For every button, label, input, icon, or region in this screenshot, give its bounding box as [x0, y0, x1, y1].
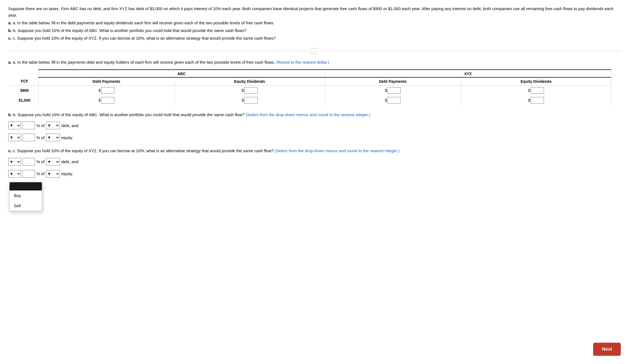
col-fcf-header: FCF	[11, 77, 38, 86]
abc-debt-1000-input[interactable]	[101, 97, 114, 104]
part-c-row1-company-select[interactable]: ▼ ABC XYZ	[46, 158, 60, 166]
popup-option-sell[interactable]: Sell	[10, 201, 42, 211]
divider-right	[322, 51, 621, 51]
part-a-text: a. a. In the table below, fill in the de…	[8, 20, 621, 26]
part-c-row2-percent-input[interactable]	[22, 170, 35, 178]
row-1000-fcf: $1,000	[11, 95, 38, 105]
abc-debt-header: Debt Payments	[38, 77, 174, 86]
part-c-row1-suffix: debt, and	[61, 159, 78, 164]
part-b-row2-suffix: equity.	[61, 135, 73, 140]
abc-debt-1000-cell: $	[38, 95, 174, 105]
section-b-label: b. b. Suppose you hold 10% of the equity…	[8, 112, 621, 118]
xyz-equity-1000-cell: $	[461, 95, 611, 105]
part-c-row2-action-select[interactable]: ▼ Buy Sell	[8, 170, 21, 178]
abc-group-header: ABC	[38, 70, 325, 77]
xyz-equity-900-cell: $	[461, 85, 611, 95]
abc-debt-900-input[interactable]	[101, 87, 114, 94]
xyz-equity-900-input[interactable]	[531, 87, 544, 94]
dollar-sign-4: $	[528, 88, 530, 93]
intro-text: Suppose there are no taxes. Firm ABC has…	[8, 5, 621, 19]
abc-equity-header: Equity Dividends	[174, 77, 325, 86]
part-b-row2-action-select[interactable]: ▼ Buy Sell	[8, 134, 21, 141]
abc-equity-900-input-group: $	[242, 87, 258, 94]
part-b-row2: ▼ Buy Sell % of ▼ ABC XYZ equity.	[8, 134, 621, 141]
xyz-equity-1000-input[interactable]	[531, 97, 544, 104]
dollar-sign-7: $	[385, 98, 387, 102]
part-c-row2-company-select[interactable]: ▼ ABC XYZ	[46, 170, 60, 178]
divider: ···	[8, 48, 621, 54]
part-b-row1-action-select[interactable]: ▼ Buy Sell	[8, 122, 21, 129]
xyz-equity-900-input-group: $	[528, 87, 544, 94]
part-c-row1-percent-input[interactable]	[22, 158, 35, 166]
part-c-row2-pct-of: % of	[36, 171, 45, 176]
part-c-row1: ▼ Buy Sell % of ▼ ABC XYZ debt, and	[8, 158, 621, 166]
xyz-debt-header: Debt Payments	[325, 77, 461, 86]
dollar-sign-5: $	[98, 98, 101, 102]
abc-debt-1000-input-group: $	[98, 97, 114, 104]
dollar-sign-6: $	[242, 98, 244, 102]
part-b-row1-company-select[interactable]: ▼ ABC XYZ	[46, 122, 60, 129]
section-a-note: (Round to the nearest dollar.)	[276, 60, 329, 64]
abc-debt-900-input-group: $	[98, 87, 114, 94]
abc-equity-900-cell: $	[174, 85, 325, 95]
xyz-group-header: XYZ	[325, 70, 611, 77]
abc-equity-1000-input-group: $	[242, 97, 258, 104]
abc-equity-1000-cell: $	[174, 95, 325, 105]
xyz-debt-900-input[interactable]	[388, 87, 401, 94]
fcf-header-empty	[11, 70, 38, 77]
part-b-row1-pct-of: % of	[36, 123, 45, 128]
dollar-sign-8: $	[528, 98, 530, 102]
part-b-row1-percent-input[interactable]	[22, 122, 35, 129]
popup-option-buy[interactable]: Buy	[10, 190, 42, 201]
section-b-note: (Select from the drop-down menus and rou…	[246, 112, 370, 117]
fcf-table: ABC XYZ FCF Debt Payments Equity Dividen…	[11, 69, 611, 105]
xyz-equity-1000-input-group: $	[528, 97, 544, 104]
xyz-equity-header: Equity Dividends	[461, 77, 611, 86]
row-900-fcf: $900	[11, 85, 38, 95]
section-c-note: (Select from the drop-down menus and rou…	[275, 148, 400, 153]
part-c-row2-suffix: equity.	[61, 171, 73, 176]
part-c-text: c. c. Suppose you hold 10% of the equity…	[8, 35, 621, 42]
abc-equity-1000-input[interactable]	[244, 97, 258, 104]
dollar-sign-3: $	[385, 88, 387, 93]
part-b-row2-pct-of: % of	[36, 135, 45, 140]
section-a: a. a. In the table below, fill in the pa…	[8, 59, 621, 105]
xyz-debt-900-cell: $	[325, 85, 461, 95]
xyz-debt-1000-cell: $	[325, 95, 461, 105]
dropdown-popup-box: Buy Sell	[9, 182, 42, 211]
xyz-debt-1000-input[interactable]	[388, 97, 401, 104]
part-c-row1-pct-of: % of	[36, 159, 45, 164]
table-row-1000: $1,000 $ $	[11, 95, 611, 105]
table-group-header-row: ABC XYZ	[11, 70, 611, 77]
xyz-debt-900-input-group: $	[385, 87, 401, 94]
abc-equity-900-input[interactable]	[244, 87, 258, 94]
problem-text-area: Suppose there are no taxes. Firm ABC has…	[8, 5, 621, 42]
part-c-row1-action-select[interactable]: ▼ Buy Sell	[8, 158, 21, 166]
xyz-debt-1000-input-group: $	[385, 97, 401, 104]
table-sub-header-row: FCF Debt Payments Equity Dividends Debt …	[11, 77, 611, 86]
part-b-row1: ▼ Buy Sell % of ▼ ABC XYZ debt, and	[8, 122, 621, 129]
section-c: c. c. Suppose you hold 10% of the equity…	[8, 148, 621, 211]
section-b: b. b. Suppose you hold 10% of the equity…	[8, 112, 621, 142]
abc-debt-900-cell: $	[38, 85, 174, 95]
table-row-900: $900 $ $	[11, 85, 611, 95]
divider-left	[8, 51, 307, 51]
dollar-sign-1: $	[98, 88, 101, 93]
part-b-row2-company-select[interactable]: ▼ ABC XYZ	[46, 134, 60, 141]
intro-paragraph: Suppose there are no taxes. Firm ABC has…	[8, 5, 621, 42]
part-c-row2: ▼ Buy Sell % of ▼ ABC XYZ equity.	[8, 170, 621, 178]
part-b-row1-suffix: debt, and	[61, 123, 78, 128]
part-b-row2-percent-input[interactable]	[22, 134, 35, 141]
divider-dots: ···	[310, 48, 319, 54]
popup-header-bar	[10, 182, 42, 190]
section-c-label: c. c. Suppose you hold 10% of the equity…	[8, 148, 621, 154]
part-b-text: b. b. Suppose you hold 10% of the equity…	[8, 27, 621, 34]
section-a-label: a. a. In the table below, fill in the pa…	[8, 59, 621, 66]
dollar-sign-2: $	[242, 88, 244, 93]
dropdown-popup-container: Buy Sell	[9, 182, 621, 211]
fcf-table-wrapper: ABC XYZ FCF Debt Payments Equity Dividen…	[8, 69, 621, 105]
